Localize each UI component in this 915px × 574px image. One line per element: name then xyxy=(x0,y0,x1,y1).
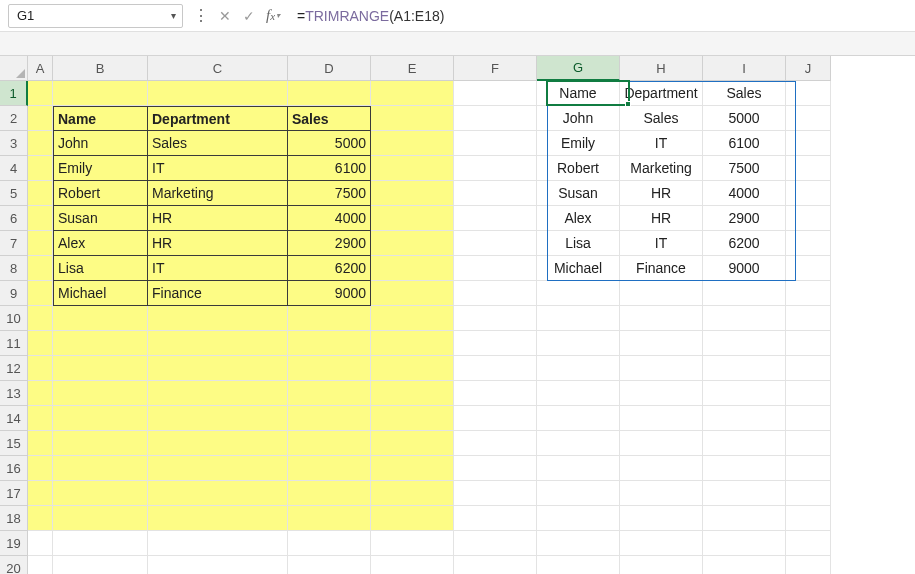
cell-J2[interactable] xyxy=(786,106,831,131)
cell-I6[interactable]: 2900 xyxy=(703,206,786,231)
cell-F1[interactable] xyxy=(454,81,537,106)
cell-E8[interactable] xyxy=(371,256,454,281)
cell-I2[interactable]: 5000 xyxy=(703,106,786,131)
cell-C18[interactable] xyxy=(148,506,288,531)
cell-G12[interactable] xyxy=(537,356,620,381)
cell-F8[interactable] xyxy=(454,256,537,281)
cell-F15[interactable] xyxy=(454,431,537,456)
cell-D8[interactable]: 6200 xyxy=(288,256,371,281)
cell-A3[interactable] xyxy=(28,131,53,156)
row-header-11[interactable]: 11 xyxy=(0,331,28,356)
cell-H18[interactable] xyxy=(620,506,703,531)
row-header-13[interactable]: 13 xyxy=(0,381,28,406)
cell-A12[interactable] xyxy=(28,356,53,381)
row-header-14[interactable]: 14 xyxy=(0,406,28,431)
cell-F9[interactable] xyxy=(454,281,537,306)
cell-I18[interactable] xyxy=(703,506,786,531)
cell-G16[interactable] xyxy=(537,456,620,481)
cell-F18[interactable] xyxy=(454,506,537,531)
cell-C17[interactable] xyxy=(148,481,288,506)
cell-C3[interactable]: Sales xyxy=(148,131,288,156)
cell-D9[interactable]: 9000 xyxy=(288,281,371,306)
cell-B6[interactable]: Susan xyxy=(53,206,148,231)
cell-B10[interactable] xyxy=(53,306,148,331)
cell-G3[interactable]: Emily xyxy=(537,131,620,156)
cell-D6[interactable]: 4000 xyxy=(288,206,371,231)
cell-C6[interactable]: HR xyxy=(148,206,288,231)
cell-I5[interactable]: 4000 xyxy=(703,181,786,206)
cell-H11[interactable] xyxy=(620,331,703,356)
cell-H9[interactable] xyxy=(620,281,703,306)
row-header-20[interactable]: 20 xyxy=(0,556,28,574)
cell-E14[interactable] xyxy=(371,406,454,431)
cell-I11[interactable] xyxy=(703,331,786,356)
confirm-icon[interactable]: ✓ xyxy=(237,4,261,28)
cell-I13[interactable] xyxy=(703,381,786,406)
cell-B18[interactable] xyxy=(53,506,148,531)
cancel-icon[interactable]: ✕ xyxy=(213,4,237,28)
cell-E11[interactable] xyxy=(371,331,454,356)
cell-F19[interactable] xyxy=(454,531,537,556)
cell-D2[interactable]: Sales xyxy=(288,106,371,131)
cell-D20[interactable] xyxy=(288,556,371,574)
cell-E17[interactable] xyxy=(371,481,454,506)
cell-D18[interactable] xyxy=(288,506,371,531)
cell-A10[interactable] xyxy=(28,306,53,331)
cell-B20[interactable] xyxy=(53,556,148,574)
row-header-17[interactable]: 17 xyxy=(0,481,28,506)
cell-J10[interactable] xyxy=(786,306,831,331)
cell-J6[interactable] xyxy=(786,206,831,231)
row-header-10[interactable]: 10 xyxy=(0,306,28,331)
name-box[interactable]: G1 ▾ xyxy=(8,4,183,28)
cell-G13[interactable] xyxy=(537,381,620,406)
cell-F5[interactable] xyxy=(454,181,537,206)
col-header-B[interactable]: B xyxy=(53,56,148,81)
cell-G20[interactable] xyxy=(537,556,620,574)
cell-F14[interactable] xyxy=(454,406,537,431)
cell-H19[interactable] xyxy=(620,531,703,556)
cell-E16[interactable] xyxy=(371,456,454,481)
cell-C14[interactable] xyxy=(148,406,288,431)
cell-E20[interactable] xyxy=(371,556,454,574)
cell-J8[interactable] xyxy=(786,256,831,281)
cell-B2[interactable]: Name xyxy=(53,106,148,131)
cell-C20[interactable] xyxy=(148,556,288,574)
cell-A6[interactable] xyxy=(28,206,53,231)
cell-E7[interactable] xyxy=(371,231,454,256)
cell-B14[interactable] xyxy=(53,406,148,431)
cell-G8[interactable]: Michael xyxy=(537,256,620,281)
formula-input[interactable]: =TRIMRANGE(A1:E18) xyxy=(291,4,907,28)
cell-E3[interactable] xyxy=(371,131,454,156)
cell-C10[interactable] xyxy=(148,306,288,331)
cell-I12[interactable] xyxy=(703,356,786,381)
row-header-6[interactable]: 6 xyxy=(0,206,28,231)
cell-J16[interactable] xyxy=(786,456,831,481)
cell-J3[interactable] xyxy=(786,131,831,156)
cell-I19[interactable] xyxy=(703,531,786,556)
cell-B16[interactable] xyxy=(53,456,148,481)
col-header-I[interactable]: I xyxy=(703,56,786,81)
cell-G18[interactable] xyxy=(537,506,620,531)
cell-B13[interactable] xyxy=(53,381,148,406)
cell-H8[interactable]: Finance xyxy=(620,256,703,281)
cell-G2[interactable]: John xyxy=(537,106,620,131)
cell-H20[interactable] xyxy=(620,556,703,574)
cell-J12[interactable] xyxy=(786,356,831,381)
more-icon[interactable]: ⋮ xyxy=(189,4,213,28)
cell-F12[interactable] xyxy=(454,356,537,381)
row-header-12[interactable]: 12 xyxy=(0,356,28,381)
cell-J1[interactable] xyxy=(786,81,831,106)
cell-D19[interactable] xyxy=(288,531,371,556)
cell-I17[interactable] xyxy=(703,481,786,506)
col-header-C[interactable]: C xyxy=(148,56,288,81)
row-header-5[interactable]: 5 xyxy=(0,181,28,206)
cell-E15[interactable] xyxy=(371,431,454,456)
cell-F10[interactable] xyxy=(454,306,537,331)
row-header-15[interactable]: 15 xyxy=(0,431,28,456)
cell-J13[interactable] xyxy=(786,381,831,406)
cell-E19[interactable] xyxy=(371,531,454,556)
cell-A7[interactable] xyxy=(28,231,53,256)
cell-G4[interactable]: Robert xyxy=(537,156,620,181)
cell-B8[interactable]: Lisa xyxy=(53,256,148,281)
cell-E6[interactable] xyxy=(371,206,454,231)
